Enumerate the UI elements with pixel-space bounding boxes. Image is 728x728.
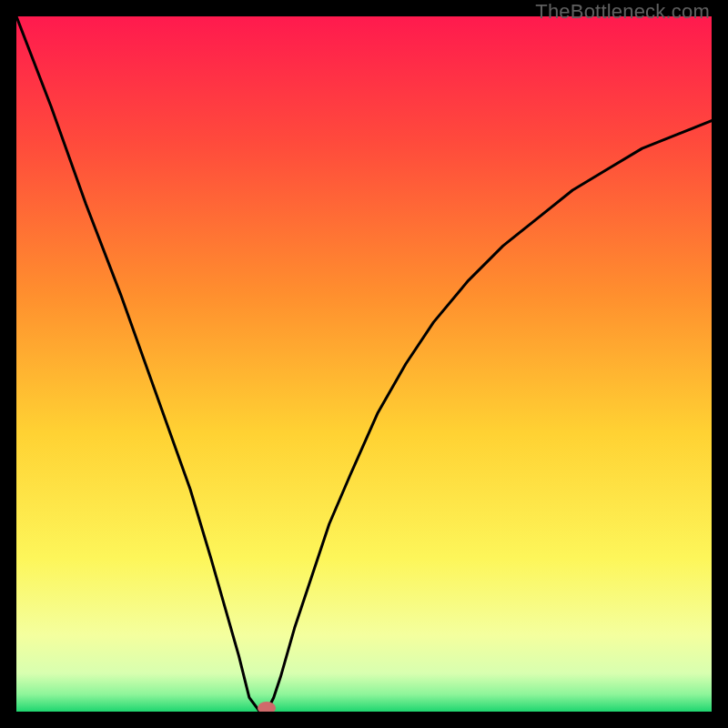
bottleneck-chart (16, 16, 712, 712)
chart-frame (16, 16, 712, 712)
watermark-text: TheBottleneck.com (535, 0, 710, 24)
chart-background (16, 16, 712, 712)
